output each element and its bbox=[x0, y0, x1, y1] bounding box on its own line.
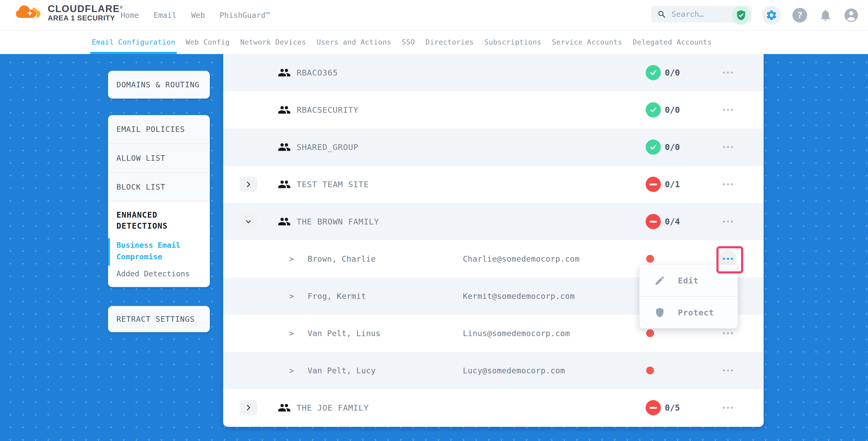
context-menu-item-protect[interactable]: Protect bbox=[640, 296, 738, 328]
user-avatar-icon[interactable] bbox=[844, 8, 859, 23]
member-name: Frog, Kermit bbox=[308, 291, 366, 301]
shield-check-icon bbox=[735, 9, 747, 21]
check-icon bbox=[649, 105, 658, 114]
row-menu-button[interactable] bbox=[719, 213, 737, 230]
group-people-icon bbox=[278, 178, 291, 191]
row-menu-button[interactable] bbox=[719, 362, 737, 379]
nav-item-phishguard[interactable]: PhishGuard™ bbox=[220, 11, 270, 20]
tab-bar: Email ConfigurationWeb ConfigNetwork Dev… bbox=[0, 30, 868, 54]
sidebar-card-policies: EMAIL POLICIES ALLOW LIST BLOCK LIST ENH… bbox=[108, 115, 210, 287]
tab-delegated-accounts[interactable]: Delegated Accounts bbox=[633, 30, 712, 54]
cloudflare-logo[interactable]: CLOUDFLARE® AREA 1 SECURITY bbox=[13, 2, 123, 22]
logo-subtitle: AREA 1 SECURITY bbox=[48, 14, 123, 22]
tab-email-configuration[interactable]: Email Configuration bbox=[92, 30, 175, 54]
member-arrow: > bbox=[289, 329, 294, 338]
tab-directories[interactable]: Directories bbox=[425, 30, 474, 54]
sidebar-card-retract: RETRACT SETTINGS bbox=[108, 306, 210, 332]
row-menu-button[interactable] bbox=[719, 64, 737, 81]
group-people-icon bbox=[278, 215, 291, 228]
tab-subscriptions[interactable]: Subscriptions bbox=[484, 30, 541, 54]
group-people-icon bbox=[278, 103, 291, 117]
minus-icon bbox=[650, 184, 657, 185]
sidebar-item-domains-routing[interactable]: DOMAINS & ROUTING bbox=[108, 71, 210, 99]
sidebar-card-domains: DOMAINS & ROUTING bbox=[108, 71, 210, 99]
notifications-bell-icon[interactable] bbox=[819, 8, 832, 22]
help-button[interactable]: ? bbox=[793, 8, 807, 23]
member-email: Lucy@somedemocorp.com bbox=[463, 366, 565, 375]
tab-network-devices[interactable]: Network Devices bbox=[240, 30, 306, 54]
chevron-down-icon bbox=[244, 218, 252, 225]
context-menu-item-edit[interactable]: Edit bbox=[640, 265, 738, 296]
group-people-icon bbox=[278, 66, 291, 79]
status-badge-minus bbox=[646, 400, 661, 415]
group-row-shared-group: SHARED_GROUP0/0 bbox=[223, 128, 764, 166]
groups-table: RBACO3650/0RBACSECURITY0/0SHARED_GROUP0/… bbox=[223, 54, 764, 427]
chevron-right-icon bbox=[244, 404, 252, 412]
sidebar-item-block-list[interactable]: BLOCK LIST bbox=[108, 173, 210, 201]
area1-security-app: CLOUDFLARE® AREA 1 SECURITY HomeEmailWeb… bbox=[0, 0, 868, 441]
group-name: TEST TEAM SITE bbox=[297, 180, 369, 189]
tab-users-and-actions[interactable]: Users and Actions bbox=[316, 30, 391, 54]
group-people-icon bbox=[278, 401, 291, 414]
help-icon: ? bbox=[797, 10, 802, 21]
protected-count: 0/0 bbox=[665, 142, 680, 152]
protected-count: 0/0 bbox=[665, 68, 680, 77]
member-name: Brown, Charlie bbox=[308, 254, 376, 263]
group-name: THE JOE FAMILY bbox=[297, 403, 369, 412]
expand-row-button[interactable] bbox=[240, 400, 257, 415]
nav-item-web[interactable]: Web bbox=[191, 11, 205, 20]
app-header: CLOUDFLARE® AREA 1 SECURITY HomeEmailWeb… bbox=[0, 0, 868, 31]
tab-sso[interactable]: SSO bbox=[402, 30, 415, 54]
group-people-icon bbox=[278, 140, 291, 154]
tab-web-config[interactable]: Web Config bbox=[186, 30, 230, 54]
page-background: DOMAINS & ROUTING EMAIL POLICIES ALLOW L… bbox=[0, 54, 868, 441]
status-dot-unprotected bbox=[646, 329, 654, 337]
group-name: RBACO365 bbox=[297, 68, 338, 77]
group-name: RBACSECURITY bbox=[297, 105, 359, 115]
row-menu-button[interactable] bbox=[719, 176, 737, 193]
group-people-icon bbox=[278, 66, 291, 79]
active-item-indicator bbox=[108, 238, 110, 265]
expand-row-button[interactable] bbox=[240, 177, 257, 192]
group-people-icon bbox=[278, 178, 291, 191]
group-name: SHARED_GROUP bbox=[297, 143, 359, 152]
cloudflare-cloud-icon bbox=[13, 3, 44, 21]
row-menu-button[interactable] bbox=[719, 138, 737, 156]
sidebar-item-added-detections[interactable]: Added Detections bbox=[117, 269, 202, 278]
status-badge-check bbox=[646, 139, 661, 155]
member-email: Charlie@somedemocorp.com bbox=[463, 254, 580, 263]
primary-nav: HomeEmailWebPhishGuard™ bbox=[121, 0, 270, 30]
context-menu: Edit Protect bbox=[639, 264, 738, 328]
status-badge-check bbox=[646, 102, 661, 118]
row-menu-button[interactable] bbox=[719, 101, 737, 119]
sidebar-item-allow-list[interactable]: ALLOW LIST bbox=[108, 144, 210, 173]
settings-button[interactable] bbox=[762, 6, 781, 25]
pencil-icon bbox=[654, 275, 665, 286]
member-email: Linus@somedemocorp.com bbox=[463, 329, 570, 338]
row-menu-button[interactable] bbox=[719, 399, 737, 416]
tab-service-accounts[interactable]: Service Accounts bbox=[552, 30, 622, 54]
nav-item-home[interactable]: Home bbox=[121, 11, 139, 20]
expand-collapserow-button[interactable] bbox=[240, 214, 257, 229]
status-badge-check bbox=[646, 65, 661, 80]
group-people-icon bbox=[278, 215, 291, 228]
sidebar-item-enhanced-detections[interactable]: ENHANCED DETECTIONS bbox=[117, 210, 202, 231]
group-row-the-brown-family: THE BROWN FAMILY0/4 bbox=[223, 203, 764, 240]
group-people-icon bbox=[278, 401, 291, 414]
sidebar-item-business-email-compromise[interactable]: Business Email Compromise bbox=[117, 240, 202, 262]
status-dot-unprotected bbox=[646, 367, 654, 374]
protection-status-button[interactable] bbox=[732, 6, 750, 25]
sidebar-item-email-policies[interactable]: EMAIL POLICIES bbox=[108, 115, 210, 144]
member-row-van-pelt-lucy: >Van Pelt, LucyLucy@somedemocorp.com bbox=[223, 352, 764, 389]
check-icon bbox=[649, 143, 658, 152]
sidebar-section-enhanced-detections: ENHANCED DETECTIONS Business Email Compr… bbox=[108, 201, 210, 285]
header-icons: ? bbox=[732, 0, 859, 30]
sidebar-item-retract-settings[interactable]: RETRACT SETTINGS bbox=[108, 306, 210, 332]
nav-item-email[interactable]: Email bbox=[154, 11, 177, 20]
group-name: THE BROWN FAMILY bbox=[297, 217, 379, 226]
group-row-rbacsecurity: RBACSECURITY0/0 bbox=[223, 91, 764, 128]
protected-count: 0/4 bbox=[665, 217, 680, 226]
status-badge-minus bbox=[646, 214, 661, 229]
member-arrow: > bbox=[289, 366, 294, 375]
protected-count: 0/0 bbox=[665, 105, 680, 115]
